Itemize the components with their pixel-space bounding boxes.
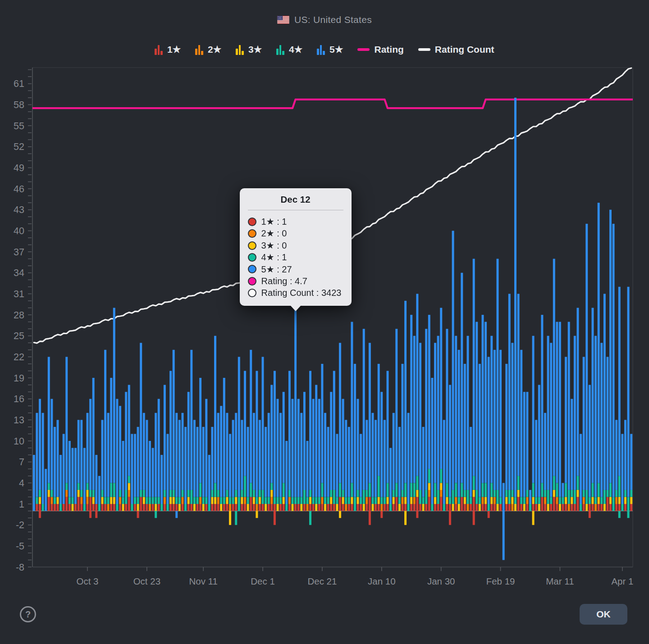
bar-day-105[interactable] [345,420,347,511]
bar-day-132[interactable] [425,329,427,511]
bar-day-32[interactable] [128,385,130,511]
bar-day-169[interactable] [535,420,537,511]
bar-day-78[interactable] [265,427,267,511]
bar-day-33[interactable] [131,434,133,511]
ok-button[interactable]: OK [580,604,627,625]
bar-day-141[interactable] [452,231,454,511]
bar-day-160[interactable] [508,294,511,511]
bar-day-51[interactable] [184,427,187,511]
bar-day-23[interactable] [101,420,104,511]
bar-day-170[interactable] [538,385,540,511]
bar-day-142[interactable] [455,336,457,511]
bar-day-63[interactable] [220,406,222,511]
bar-day-58[interactable] [205,399,207,511]
bar-day-90[interactable] [300,413,302,511]
bar-day-192[interactable] [603,294,606,511]
bar-day-70[interactable] [241,420,243,511]
bar-day-43[interactable] [160,455,163,511]
bar-day-136[interactable] [437,336,439,511]
bar-day-104[interactable] [342,399,344,511]
bar-day-15[interactable] [78,420,80,511]
bar-day-88[interactable] [294,308,297,511]
bar-day-195[interactable] [612,224,615,511]
bar-day-67[interactable] [232,420,234,511]
bar-day-19[interactable] [89,399,91,518]
bar-day-156[interactable] [497,259,499,511]
bar-day-183[interactable] [577,308,579,511]
bar-day-14[interactable] [74,448,77,511]
bar-day-188[interactable] [592,308,594,511]
bar-day-21[interactable] [95,455,97,518]
bar-day-157[interactable] [499,350,502,511]
bar-day-73[interactable] [250,350,252,511]
bar-day-52[interactable] [187,392,190,511]
bar-day-137[interactable] [440,308,442,511]
bar-day-10[interactable] [63,434,65,511]
bar-day-180[interactable] [568,322,570,511]
bar-day-111[interactable] [363,329,365,511]
bar-day-175[interactable] [553,259,555,511]
bar-day-18[interactable] [87,413,89,511]
bar-day-143[interactable] [458,350,460,511]
bar-day-191[interactable] [600,343,603,511]
bar-day-140[interactable] [449,385,451,525]
bar-day-68[interactable] [235,413,237,525]
bar-day-106[interactable] [348,427,350,511]
bar-day-44[interactable] [164,385,166,511]
bar-day-40[interactable] [152,448,154,511]
bar-day-152[interactable] [484,322,487,511]
bar-day-158[interactable] [503,483,505,560]
bar-day-16[interactable] [80,420,82,511]
bar-day-76[interactable] [259,420,261,511]
bar-day-49[interactable] [178,420,181,511]
bar-day-60[interactable] [211,427,213,511]
bar-day-72[interactable] [247,427,249,511]
bar-day-159[interactable] [505,364,507,511]
bar-day-75[interactable] [256,371,258,518]
bar-day-184[interactable] [580,434,582,511]
bar-day-59[interactable] [208,455,210,511]
bar-day-176[interactable] [556,322,558,511]
bar-day-0[interactable] [33,455,35,511]
bar-day-28[interactable] [116,399,118,511]
bar-day-55[interactable] [197,427,199,511]
bar-day-122[interactable] [395,329,398,511]
bar-day-24[interactable] [104,350,106,511]
bar-day-20[interactable] [92,378,95,511]
bar-day-139[interactable] [446,329,448,511]
bar-day-186[interactable] [585,224,588,511]
bar-day-124[interactable] [402,364,404,511]
bar-day-56[interactable] [199,378,201,511]
bar-day-201[interactable] [630,434,632,511]
bar-day-80[interactable] [270,385,273,511]
bar-day-197[interactable] [618,287,621,518]
bar-day-129[interactable] [416,294,418,518]
bar-day-172[interactable] [544,413,546,511]
bar-day-37[interactable] [143,413,145,511]
bar-day-89[interactable] [297,399,300,511]
bar-day-47[interactable] [173,350,175,511]
bar-day-30[interactable] [122,441,124,511]
bar-day-179[interactable] [565,357,567,511]
bar-day-99[interactable] [327,427,329,511]
bar-day-151[interactable] [482,315,484,511]
bar-day-54[interactable] [193,420,196,511]
bar-day-146[interactable] [467,336,469,511]
bar-day-17[interactable] [83,448,86,511]
bar-day-128[interactable] [413,336,416,511]
bar-day-189[interactable] [594,336,597,511]
bar-day-77[interactable] [262,357,264,511]
bar-day-164[interactable] [520,350,522,511]
bar-day-150[interactable] [479,364,481,511]
bar-day-84[interactable] [283,392,285,511]
bar-day-185[interactable] [583,357,585,511]
bar-day-123[interactable] [398,427,401,511]
bar-day-130[interactable] [419,343,421,511]
bar-day-103[interactable] [339,343,341,518]
bar-day-125[interactable] [404,301,407,525]
bar-day-200[interactable] [627,287,630,518]
bar-day-147[interactable] [470,427,472,511]
bar-day-42[interactable] [158,399,160,511]
bar-day-3[interactable] [42,413,44,511]
bar-day-36[interactable] [140,343,142,511]
